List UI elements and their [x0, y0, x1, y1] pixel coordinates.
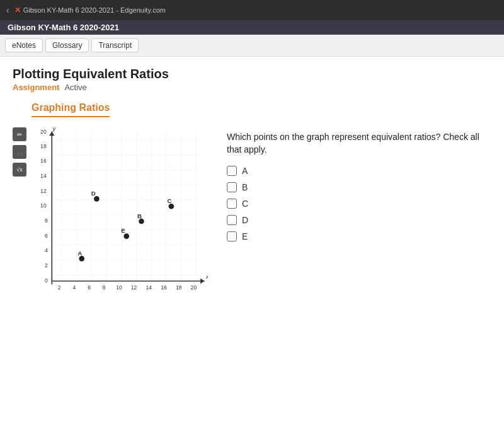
svg-text:6: 6 [45, 233, 48, 239]
svg-text:12: 12 [40, 188, 47, 194]
page-title: Plotting Equivalent Ratios [13, 67, 491, 81]
point-e [123, 233, 129, 239]
svg-text:14: 14 [40, 173, 47, 179]
svg-text:12: 12 [131, 284, 137, 291]
svg-text:18: 18 [40, 143, 47, 149]
svg-text:A: A [77, 250, 82, 257]
checkbox-item-d[interactable]: D [227, 215, 491, 225]
svg-text:4: 4 [45, 247, 48, 253]
checkbox-d[interactable] [227, 215, 237, 225]
pencil-icon[interactable]: ✏ [13, 127, 26, 141]
main-content: Plotting Equivalent Ratios Assignment Ac… [0, 57, 504, 430]
question-text: Which points on the graph represent equi… [227, 131, 491, 156]
svg-text:D: D [91, 190, 96, 197]
breadcrumb-active: Active [64, 83, 86, 92]
checkbox-b[interactable] [227, 182, 237, 192]
graph-container: 0 2 4 6 8 10 12 14 16 18 20 2 4 [32, 125, 208, 304]
tab-glossary[interactable]: Glossary [45, 38, 89, 52]
svg-text:E: E [121, 227, 125, 234]
tab-transcript[interactable]: Transcript [91, 38, 139, 52]
question-area: Which points on the graph represent equi… [227, 125, 491, 241]
checkbox-item-e[interactable]: E [227, 231, 491, 241]
svg-text:C: C [167, 197, 171, 204]
svg-text:20: 20 [40, 129, 47, 135]
checkbox-item-b[interactable]: B [227, 182, 491, 192]
tab-bar: eNotes Glossary Transcript [0, 35, 504, 57]
svg-text:16: 16 [40, 158, 47, 164]
sqrt-icon[interactable]: √x [13, 163, 26, 177]
checkbox-item-c[interactable]: C [227, 199, 491, 209]
svg-text:2: 2 [45, 262, 48, 269]
section-title: Graphing Ratios [32, 102, 110, 117]
x-icon: ✕ [14, 6, 21, 15]
svg-text:20: 20 [191, 284, 197, 291]
svg-text:0: 0 [45, 277, 48, 284]
svg-text:y: y [52, 125, 56, 132]
checkbox-a[interactable] [227, 166, 237, 176]
svg-text:18: 18 [176, 284, 182, 291]
point-a [79, 256, 84, 262]
checkbox-item-a[interactable]: A [227, 166, 491, 176]
browser-title: ✕ Gibson KY-Math 6 2020-2021 - Edgenuity… [14, 6, 166, 15]
back-button[interactable]: ‹ [6, 5, 9, 15]
svg-text:10: 10 [116, 284, 122, 291]
tab-enotes[interactable]: eNotes [5, 38, 43, 52]
content-area: 0 2 4 6 8 10 12 14 16 18 20 2 4 [32, 125, 491, 304]
checkbox-e[interactable] [227, 231, 237, 241]
breadcrumb: Assignment Active [13, 83, 491, 92]
svg-text:14: 14 [146, 284, 152, 291]
browser-bar: ‹ ✕ Gibson KY-Math 6 2020-2021 - Edgenui… [0, 0, 504, 20]
svg-text:8: 8 [45, 218, 48, 224]
svg-text:10: 10 [40, 202, 47, 209]
checkbox-list: A B C D [227, 166, 491, 241]
svg-text:2: 2 [58, 284, 61, 291]
svg-text:16: 16 [161, 284, 167, 291]
app-title: Gibson KY-Math 6 2020-2021 [8, 23, 119, 32]
app-header: Gibson KY-Math 6 2020-2021 [0, 20, 504, 35]
svg-rect-0 [52, 132, 201, 281]
svg-marker-3 [200, 278, 204, 284]
breadcrumb-assignment: Assignment [13, 83, 59, 92]
svg-text:B: B [137, 212, 142, 219]
point-c [169, 204, 175, 209]
svg-text:6: 6 [88, 284, 91, 291]
checkbox-c[interactable] [227, 199, 237, 209]
svg-text:8: 8 [103, 284, 106, 291]
svg-text:x: x [205, 273, 208, 280]
graph-svg: 0 2 4 6 8 10 12 14 16 18 20 2 4 [32, 125, 208, 301]
svg-text:4: 4 [72, 284, 76, 291]
headphone-icon[interactable]: 🎧 [13, 145, 26, 159]
point-b [139, 219, 144, 224]
point-d [94, 196, 100, 202]
